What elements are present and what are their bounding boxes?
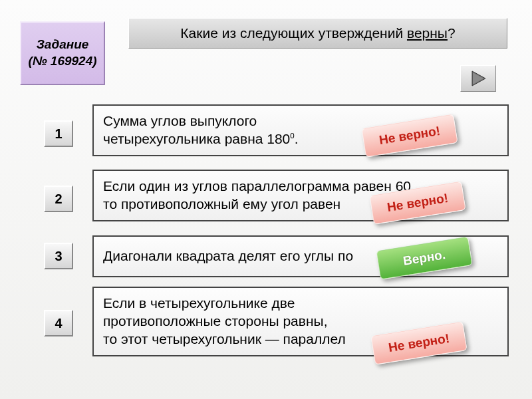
verdict-label: Не верно! [388,331,451,355]
verdict-label: Не верно! [386,191,450,215]
option-number: 2 [55,192,62,206]
task-number: (№ 169924) [21,53,104,70]
option-number: 4 [55,316,62,331]
question-text: Какие из следующих утверждений верны? [180,25,455,41]
option-button-4[interactable]: 4 [44,310,73,336]
task-badge: Задание (№ 169924) [20,21,105,85]
play-right-icon [469,70,487,87]
verdict-label: Не верно! [378,124,442,148]
option-button-1[interactable]: 1 [44,120,73,147]
next-button[interactable] [460,65,496,92]
question-bar: Какие из следующих утверждений верны? [128,18,507,49]
verdict-label: Верно. [402,247,447,269]
statement-line: Сумма углов выпуклого [103,113,257,128]
task-label: Задание [21,37,104,53]
statement-line: Если в четырехугольнике две [103,295,295,311]
statement-line: Диагонали квадрата делят его углы по [103,248,353,263]
option-button-2[interactable]: 2 [44,186,73,212]
option-button-3[interactable]: 3 [44,243,73,269]
option-number: 3 [55,249,62,263]
statement-line: то этот четырехугольник — параллел [103,331,346,346]
statement-line: то противоположный ему угол равен [103,196,340,211]
statement-line: Если один из углов параллелограмма равен… [103,178,411,194]
statement-line: противоположные стороны равны, [103,313,327,329]
option-number: 1 [55,126,62,141]
statement-line: четырехугольника равна 180 [103,131,290,146]
